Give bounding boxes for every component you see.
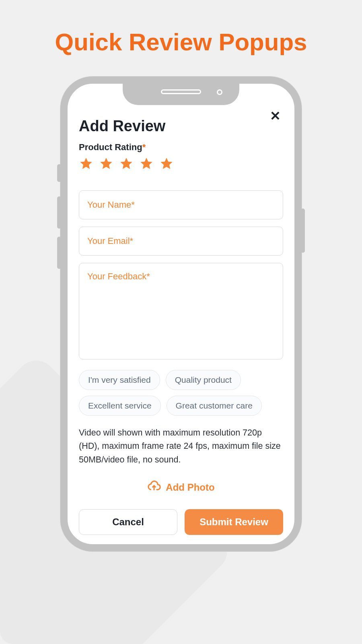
name-input[interactable] [79,190,283,219]
upload-icon [147,479,161,495]
phone-side-button [57,237,61,269]
star-icon[interactable] [99,157,113,171]
form-title: Add Review [79,118,283,135]
suggestion-chips: I'm very satisfied Quality product Excel… [79,370,283,416]
page-heading: Quick Review Popups [0,0,362,56]
phone-side-button [301,208,305,253]
add-photo-label: Add Photo [166,482,214,493]
star-icon[interactable] [119,157,134,171]
rating-label: Product Rating* [79,142,283,153]
video-note: Video will shown with maximum resolution… [79,426,283,466]
chip-customer-care[interactable]: Great customer care [167,396,262,416]
rating-stars[interactable] [79,157,283,171]
phone-side-button [57,164,61,182]
screen: ✕ Add Review Product Rating* I'm very sa… [68,84,294,544]
phone-side-button [57,196,61,229]
star-icon[interactable] [139,157,154,171]
required-mark: * [142,142,146,152]
star-icon[interactable] [79,157,93,171]
chip-satisfied[interactable]: I'm very satisfied [79,370,160,390]
chip-quality[interactable]: Quality product [166,370,241,390]
close-button[interactable]: ✕ [268,108,282,124]
form-actions: Cancel Submit Review [79,509,283,535]
rating-label-text: Product Rating [79,142,142,152]
add-photo-button[interactable]: Add Photo [79,479,283,495]
submit-button[interactable]: Submit Review [185,509,283,535]
email-input[interactable] [79,227,283,256]
phone-frame: ✕ Add Review Product Rating* I'm very sa… [60,76,302,551]
cancel-button[interactable]: Cancel [79,509,177,535]
chip-service[interactable]: Excellent service [79,396,161,416]
feedback-textarea[interactable] [79,263,283,359]
star-icon[interactable] [159,157,174,171]
